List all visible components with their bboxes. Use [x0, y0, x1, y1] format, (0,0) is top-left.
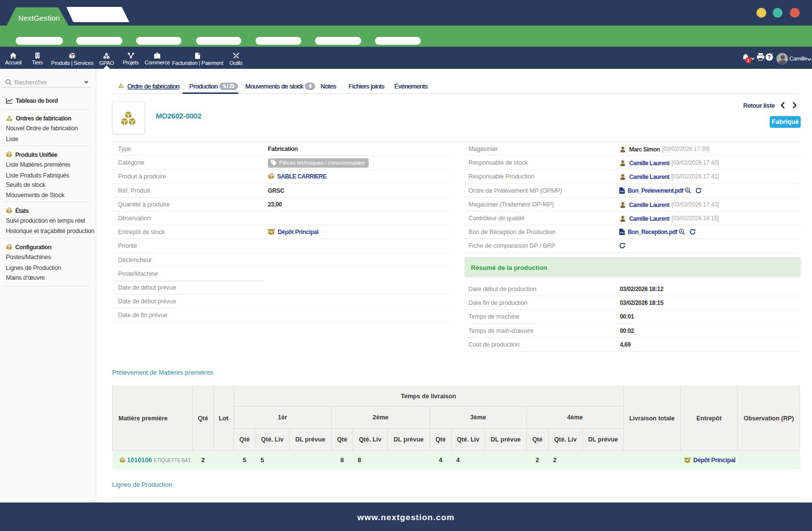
- svg-text:?: ?: [767, 54, 771, 60]
- svg-text:1: 1: [747, 58, 750, 63]
